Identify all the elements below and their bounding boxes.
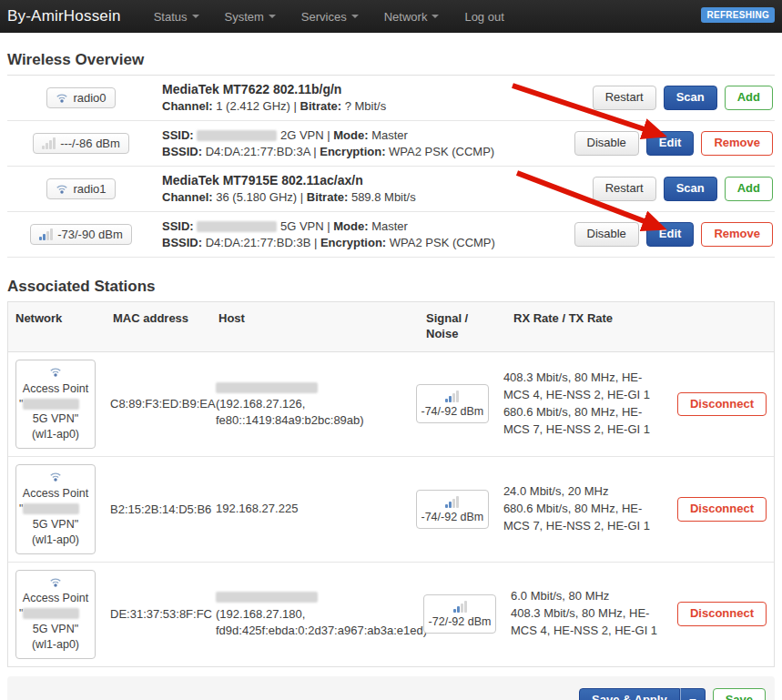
signal-bars-icon [42, 137, 56, 149]
restart-button[interactable]: Restart [593, 86, 656, 110]
disable-button[interactable]: Disable [574, 131, 639, 156]
encryption-label: Encryption: [320, 236, 386, 249]
radio1-badge: radio1 [46, 178, 115, 199]
mode-value: Master [371, 128, 408, 142]
radio0-badge: radio0 [46, 87, 115, 108]
network-type: Access Point [19, 486, 92, 502]
network-iface: (wl1-ap0) [19, 427, 92, 442]
save-button[interactable]: Save [713, 688, 766, 700]
scan-button[interactable]: Scan [664, 177, 717, 201]
nav-item-label: Services [301, 10, 347, 24]
page-actions-bar: Save & Apply Save [7, 676, 775, 700]
col-header-host: Host [211, 302, 419, 351]
add-button[interactable]: Add [725, 177, 773, 201]
radio1-row: radio1 MediaTek MT7915E 802.11ac/ax/n Ch… [7, 167, 775, 212]
nav-item-label: Network [384, 10, 428, 24]
redacted-hostname [216, 382, 318, 393]
separator: | [327, 128, 330, 142]
tx-rate: 680.6 Mbit/s, 80 MHz, HE-MCS 7, HE-NSS 2… [503, 405, 650, 436]
edit-button-5g[interactable]: Edit [646, 222, 695, 247]
nav-item-label: Log out [464, 10, 503, 24]
chevron-down-icon [269, 15, 276, 18]
disconnect-button[interactable]: Disconnect [677, 497, 767, 522]
network-badge: Access Point " 5G VPN" (wl1-ap0) [15, 360, 96, 449]
save-apply-dropdown-button[interactable] [680, 688, 706, 700]
col-header-network: Network [8, 302, 106, 351]
signal-value: ---/-86 dBm [60, 137, 120, 150]
redacted-hostname [216, 592, 318, 603]
station-rates: 408.3 Mbit/s, 80 MHz, HE-MCS 4, HE-NSS 2… [496, 362, 670, 445]
radio1-details: Channel: 36 (5.180 GHz) | Bitrate: 589.8… [162, 189, 523, 206]
channel-label: Channel: [162, 99, 213, 113]
remove-button[interactable]: Remove [701, 131, 773, 156]
disable-button[interactable]: Disable [574, 222, 639, 247]
ssid-value: 5G VPN [280, 219, 324, 233]
encryption-value: WPA2 PSK (CCMP) [390, 236, 495, 249]
disconnect-button[interactable]: Disconnect [677, 392, 767, 417]
nav-item-label: Status [154, 10, 188, 24]
separator: | [300, 190, 303, 204]
col-header-rates: RX Rate / TX Rate [506, 302, 686, 351]
signal-badge-2g: ---/-86 dBm [33, 133, 129, 154]
ssid-value: 2G VPN [280, 128, 324, 142]
nav-item-network[interactable]: Network [371, 10, 452, 24]
station-signal-badge: -74/-92 dBm [416, 490, 489, 529]
ssid-line: SSID: 2G VPN | Mode: Master [162, 127, 523, 144]
nav-item-system[interactable]: System [212, 10, 289, 24]
station-host: (192.168.27.126, fe80::1419:84a9:b2bc:89… [208, 372, 409, 437]
brand-link[interactable]: By-AmirHossein [7, 7, 121, 25]
nav-menu: Status System Services Network Log out [141, 10, 517, 24]
scan-button[interactable]: Scan [664, 86, 717, 110]
signal-bars-icon [445, 391, 459, 402]
network-ssid: 5G VPN" [19, 517, 92, 533]
channel-label: Channel: [162, 190, 213, 204]
mode-label: Mode: [333, 128, 368, 142]
ssid-label: SSID: [162, 219, 194, 233]
encryption-value: WPA2 PSK (CCMP) [389, 145, 494, 158]
save-apply-split-button: Save & Apply [579, 688, 706, 700]
separator: | [327, 219, 330, 233]
rx-rate: 408.3 Mbit/s, 80 MHz, HE-MCS 4, HE-NSS 2… [503, 370, 650, 401]
edit-button-2g[interactable]: Edit [646, 131, 695, 156]
encryption-label: Encryption: [320, 145, 385, 158]
radio0-details: Channel: 1 (2.412 GHz) | Bitrate: ? Mbit… [162, 98, 523, 115]
station-row: Access Point " 5G VPN" (wl1-ap0) B2:15:2… [8, 457, 774, 562]
station-row: Access Point " 5G VPN" (wl1-ap0) C8:89:F… [8, 352, 774, 457]
wireless-overview-table: radio0 MediaTek MT7622 802.11b/g/n Chann… [7, 75, 775, 258]
network-row-5g: -73/-90 dBm SSID: 5G VPN | Mode: Master … [7, 212, 775, 258]
bitrate-label: Bitrate: [307, 190, 349, 204]
nav-item-services[interactable]: Services [289, 10, 371, 24]
refreshing-status-badge[interactable]: REFRESHING [701, 7, 775, 23]
separator: | [313, 145, 316, 158]
network-iface: (wl1-ap0) [19, 533, 92, 548]
nav-item-logout[interactable]: Log out [452, 10, 516, 24]
restart-button[interactable]: Restart [593, 177, 656, 201]
network-ssid: 5G VPN" [19, 622, 92, 637]
wifi-icon [49, 576, 62, 589]
redacted-ssid [23, 608, 79, 619]
bssid-label: BSSID: [162, 145, 202, 158]
mode-value: Master [371, 219, 408, 233]
stations-table-header: Network MAC address Host Signal / Noise … [8, 302, 774, 352]
navbar: By-AmirHossein Status System Services Ne… [0, 0, 782, 33]
bssid-label: BSSID: [162, 236, 202, 249]
network-row-2g: ---/-86 dBm SSID: 2G VPN | Mode: Master … [7, 121, 775, 167]
bitrate-value: ? Mbit/s [345, 99, 387, 113]
separator: | [314, 236, 317, 249]
channel-value: 36 (5.180 GHz) [216, 190, 297, 204]
ssid-label: SSID: [162, 128, 194, 142]
signal-bars-icon [39, 228, 53, 240]
disconnect-button[interactable]: Disconnect [677, 602, 767, 626]
save-apply-button[interactable]: Save & Apply [579, 688, 680, 700]
nav-item-status[interactable]: Status [141, 10, 212, 24]
add-button[interactable]: Add [725, 86, 773, 110]
network-badge: Access Point " 5G VPN" (wl1-ap0) [15, 464, 96, 553]
wifi-icon [49, 366, 62, 379]
rx-rate: 24.0 Mbit/s, 20 MHz [503, 484, 609, 498]
network-badge: Access Point " 5G VPN" (wl1-ap0) [15, 570, 96, 659]
tx-rate: 680.6 Mbit/s, 80 MHz, HE-MCS 7, HE-NSS 2… [503, 502, 650, 533]
remove-button[interactable]: Remove [701, 222, 773, 247]
chevron-down-icon [432, 15, 439, 18]
radio1-label: radio1 [73, 182, 106, 196]
station-mac: C8:89:F3:ED:B9:EA [103, 390, 208, 418]
